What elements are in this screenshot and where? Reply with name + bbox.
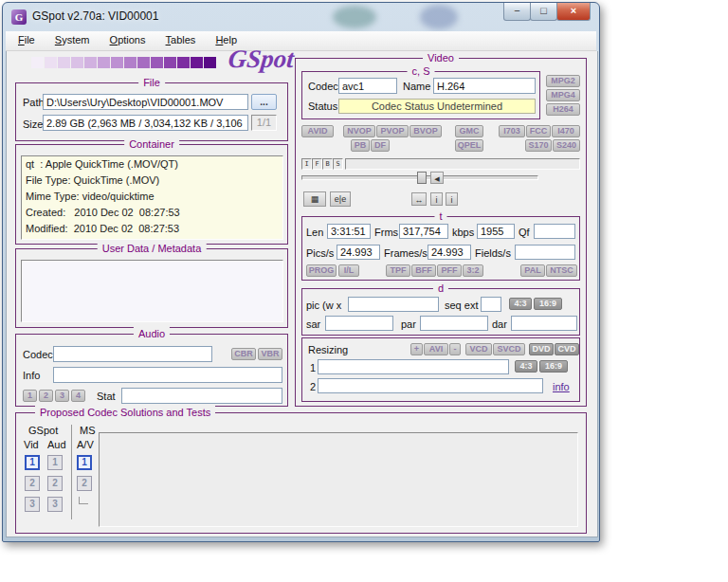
time-subgroup: t Len Frms kbps Qf Pics/s Frames/s Field… bbox=[301, 216, 580, 281]
ntsc-flag-button[interactable]: NTSC bbox=[546, 264, 577, 277]
gspot-vid-1-button[interactable]: 1 bbox=[25, 455, 40, 470]
audio-track-2-button[interactable]: 2 bbox=[39, 390, 53, 402]
gmc-flag-button[interactable]: GMC bbox=[455, 125, 483, 137]
menu-file[interactable]: File bbox=[9, 31, 44, 48]
preview-clapper-button[interactable]: ▦ bbox=[303, 191, 326, 207]
pics-input[interactable] bbox=[337, 245, 380, 260]
gspot-logo: GSpot bbox=[227, 45, 295, 74]
h264-button[interactable]: H264 bbox=[546, 103, 580, 116]
resize-plus-button[interactable]: + bbox=[410, 343, 423, 355]
pvop-flag-button[interactable]: PVOP bbox=[376, 125, 409, 137]
par-input[interactable] bbox=[420, 316, 488, 331]
size-label: Size bbox=[23, 118, 43, 130]
pal-flag-button[interactable]: PAL bbox=[520, 264, 545, 277]
kbps-label: kbps bbox=[452, 227, 474, 238]
menu-options[interactable]: Options bbox=[101, 31, 155, 48]
close-button[interactable]: × bbox=[556, 3, 591, 21]
range-arrows-button[interactable]: ↔ bbox=[411, 192, 427, 206]
cvd-button[interactable]: CVD bbox=[555, 343, 579, 355]
avid-flag-button[interactable]: AVID bbox=[301, 125, 334, 137]
dvd-button[interactable]: DVD bbox=[529, 343, 554, 355]
kbps-input[interactable] bbox=[477, 224, 515, 239]
ee-button[interactable]: e|e bbox=[330, 191, 351, 207]
gspot-vid-3-button[interactable]: 3 bbox=[25, 497, 40, 512]
gspot-aud-2-button[interactable]: 2 bbox=[47, 476, 63, 491]
audio-group: Audio Codec CBR VBR Info 1 2 3 4 Stat bbox=[15, 334, 288, 407]
il-flag-button[interactable]: I/L bbox=[338, 264, 359, 277]
info-link[interactable]: info bbox=[553, 381, 570, 392]
bvop-flag-button[interactable]: BVOP bbox=[410, 125, 442, 137]
pb-flag-button[interactable]: PB bbox=[351, 139, 370, 152]
info-i-button-1[interactable]: i bbox=[430, 192, 443, 206]
size-input[interactable] bbox=[43, 115, 248, 131]
sar-input[interactable] bbox=[325, 316, 393, 331]
video-status-label: Status bbox=[308, 100, 337, 112]
par-label: par bbox=[401, 318, 416, 330]
container-line: File Type: QuickTime (.MOV) bbox=[22, 173, 282, 189]
resize-avi-button[interactable]: AVI bbox=[424, 343, 448, 355]
s170-flag-button[interactable]: S170 bbox=[525, 139, 552, 152]
container-line: Created: 2010 Dec 02 08:27:53 bbox=[22, 205, 282, 221]
vbr-button[interactable]: VBR bbox=[258, 348, 282, 360]
pulldown-flag-button[interactable]: 3:2 bbox=[463, 264, 483, 277]
seek-slider-thumb[interactable] bbox=[417, 172, 427, 184]
svcd-button[interactable]: SVCD bbox=[493, 343, 525, 355]
resize-row2-input[interactable] bbox=[318, 378, 543, 393]
seq-ext-input[interactable] bbox=[481, 297, 501, 312]
glass-reflection bbox=[420, 5, 458, 29]
i703-flag-button[interactable]: I703 bbox=[499, 125, 525, 137]
prog-flag-button[interactable]: PROG bbox=[306, 264, 337, 277]
maximize-button[interactable]: □ bbox=[530, 3, 557, 21]
audio-stat-input[interactable] bbox=[121, 388, 282, 404]
gspot-aud-3-button[interactable]: 3 bbox=[47, 497, 63, 512]
audio-info-input[interactable] bbox=[53, 367, 282, 383]
mpg4-button[interactable]: MPG4 bbox=[546, 89, 580, 101]
frame-step-button[interactable]: ◀ bbox=[430, 172, 444, 184]
window-titlebar[interactable]: G GSpot v2.70a: VID00001 − □ × bbox=[3, 3, 599, 31]
dar-input[interactable] bbox=[511, 316, 577, 331]
mpg2-button[interactable]: MPG2 bbox=[546, 75, 580, 87]
tpf-flag-button[interactable]: TPF bbox=[386, 264, 410, 277]
minimize-button[interactable]: − bbox=[503, 3, 531, 21]
len-input[interactable] bbox=[327, 224, 371, 239]
audio-track-3-button[interactable]: 3 bbox=[55, 390, 69, 402]
d-ratio-43-button[interactable]: 4:3 bbox=[509, 298, 532, 310]
df-flag-button[interactable]: DF bbox=[371, 139, 390, 152]
ms-av-2-button[interactable]: 2 bbox=[77, 476, 92, 491]
frms-input[interactable] bbox=[399, 224, 448, 239]
ms-av-1-button[interactable]: 1 bbox=[77, 455, 92, 470]
resize-row1-input[interactable] bbox=[318, 359, 509, 374]
gspot-vid-2-button[interactable]: 2 bbox=[25, 476, 40, 491]
browse-button[interactable]: ... bbox=[251, 94, 277, 110]
vcd-button[interactable]: VCD bbox=[465, 343, 492, 355]
proposed-group-title: Proposed Codec Solutions and Tests bbox=[35, 406, 215, 420]
cbr-button[interactable]: CBR bbox=[231, 348, 256, 360]
fcc-flag-button[interactable]: FCC bbox=[526, 125, 551, 137]
resize-ratio-43-button[interactable]: 4:3 bbox=[515, 360, 537, 373]
pic-input[interactable] bbox=[348, 297, 439, 312]
i470-flag-button[interactable]: I470 bbox=[552, 125, 580, 137]
frames-input[interactable] bbox=[428, 245, 471, 260]
video-codec-input[interactable] bbox=[338, 78, 397, 94]
video-name-label: Name bbox=[403, 81, 430, 92]
container-line: qt : Apple QuickTime (.MOV/QT) bbox=[22, 156, 282, 173]
menu-tables[interactable]: Tables bbox=[157, 31, 205, 48]
menu-system[interactable]: System bbox=[46, 31, 99, 48]
s240-flag-button[interactable]: S240 bbox=[553, 139, 580, 152]
bff-flag-button[interactable]: BFF bbox=[411, 264, 436, 277]
audio-codec-input[interactable] bbox=[53, 346, 212, 362]
resize-minus-button[interactable]: - bbox=[449, 343, 461, 355]
qf-input[interactable] bbox=[534, 224, 575, 239]
d-ratio-169-button[interactable]: 16:9 bbox=[534, 298, 562, 310]
video-name-input[interactable] bbox=[433, 78, 536, 94]
fields-input[interactable] bbox=[515, 245, 575, 260]
gspot-aud-1-button[interactable]: 1 bbox=[47, 455, 63, 470]
nvop-flag-button[interactable]: NVOP bbox=[343, 125, 375, 137]
pff-flag-button[interactable]: PFF bbox=[437, 264, 462, 277]
qpel-flag-button[interactable]: QPEL bbox=[455, 139, 483, 152]
audio-track-1-button[interactable]: 1 bbox=[23, 390, 37, 402]
audio-track-4-button[interactable]: 4 bbox=[71, 390, 85, 402]
info-i-button-2[interactable]: i bbox=[446, 192, 458, 206]
resize-ratio-169-button[interactable]: 16:9 bbox=[539, 360, 568, 373]
path-input[interactable] bbox=[43, 94, 248, 110]
